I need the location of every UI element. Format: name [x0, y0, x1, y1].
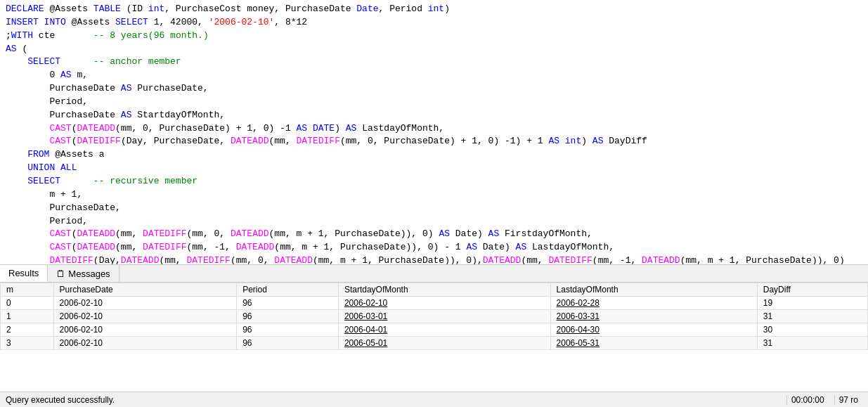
table-cell: 2006-03-01: [338, 310, 550, 323]
code-line: PurchaseDate AS StartdayOfMonth,: [6, 109, 862, 122]
tab-results[interactable]: Results: [0, 265, 48, 282]
column-header: PurchaseDate: [53, 283, 237, 297]
column-header: Period: [237, 283, 339, 297]
table-row: 22006-02-10962006-04-012006-04-3030: [1, 323, 868, 337]
code-line: INSERT INTO @Assets SELECT 1, 42000, '20…: [6, 16, 862, 30]
code-line: PurchaseDate AS PurchaseDate,: [6, 82, 862, 96]
table-cell: 2006-04-30: [550, 323, 757, 337]
code-line: 0 AS m,: [6, 69, 862, 82]
table-cell: 2006-04-01: [338, 323, 550, 337]
column-header: LastdayOfMonth: [550, 283, 757, 297]
table-cell: 2006-05-31: [550, 337, 757, 350]
code-line: ;WITH cte -- 8 years(96 month.): [6, 30, 862, 43]
code-line: Period,: [6, 215, 862, 228]
messages-tab-icon: 🗒: [56, 269, 65, 279]
column-header: StartdayOfMonth: [338, 283, 550, 297]
code-line: CAST(DATEADD(mm, 0, PurchaseDate) + 1, 0…: [6, 122, 862, 136]
table-cell: 96: [237, 310, 339, 323]
status-bar: Query executed successfully. 00:00:00 97…: [0, 392, 868, 407]
code-line: SELECT -- anchor member: [6, 56, 862, 69]
code-line: DATEDIFF(Day,DATEADD(mm, DATEDIFF(mm, 0,…: [6, 254, 862, 264]
status-time: 00:00:00: [786, 395, 829, 405]
status-rows: 97 ro: [834, 395, 862, 405]
tabs-bar: Results 🗒 Messages: [0, 264, 868, 283]
code-line: DECLARE @Assets TABLE (ID int, PurchaseC…: [6, 3, 862, 16]
code-line: Period,: [6, 96, 862, 109]
table-cell: 30: [757, 323, 867, 337]
table-cell: 96: [237, 297, 339, 310]
results-body: 02006-02-10962006-02-102006-02-281912006…: [1, 297, 868, 350]
table-cell: 1: [1, 310, 54, 323]
code-line: AS (: [6, 43, 862, 56]
table-cell: 2006-02-10: [53, 337, 237, 350]
table-cell: 31: [757, 310, 867, 323]
table-cell: 96: [237, 323, 339, 337]
table-cell: 2006-05-01: [338, 337, 550, 350]
table-row: 12006-02-10962006-03-012006-03-3131: [1, 310, 868, 323]
column-header: DayDiff: [757, 283, 867, 297]
table-cell: 3: [1, 337, 54, 350]
column-header: m: [1, 283, 54, 297]
code-line: FROM @Assets a: [6, 148, 862, 162]
table-cell: 31: [757, 337, 867, 350]
code-line: UNION ALL: [6, 162, 862, 175]
tab-messages[interactable]: 🗒 Messages: [48, 265, 119, 282]
table-cell: 2006-02-28: [550, 297, 757, 310]
table-row: 32006-02-10962006-05-012006-05-3131: [1, 337, 868, 350]
table-cell: 2006-03-31: [550, 310, 757, 323]
table-cell: 2006-02-10: [53, 323, 237, 337]
results-table: mPurchaseDatePeriodStartdayOfMonthLastda…: [0, 283, 868, 350]
code-line: SELECT -- recursive member: [6, 175, 862, 188]
table-cell: 2006-02-10: [53, 310, 237, 323]
results-tab-label: Results: [8, 268, 39, 278]
code-line: PurchaseDate,: [6, 202, 862, 215]
code-editor[interactable]: DECLARE @Assets TABLE (ID int, PurchaseC…: [0, 0, 868, 264]
table-cell: 19: [757, 297, 867, 310]
status-right: 00:00:00 97 ro: [786, 395, 862, 405]
code-line: CAST(DATEADD(mm, DATEDIFF(mm, -1, DATEAD…: [6, 241, 862, 254]
table-row: 02006-02-10962006-02-102006-02-2819: [1, 297, 868, 310]
header-row: mPurchaseDatePeriodStartdayOfMonthLastda…: [1, 283, 868, 297]
results-grid: mPurchaseDatePeriodStartdayOfMonthLastda…: [0, 283, 868, 392]
code-line: CAST(DATEDIFF(Day, PurchaseDate, DATEADD…: [6, 135, 862, 148]
table-cell: 96: [237, 337, 339, 350]
table-cell: 0: [1, 297, 54, 310]
messages-tab-label: Messages: [68, 269, 110, 279]
results-header: mPurchaseDatePeriodStartdayOfMonthLastda…: [1, 283, 868, 297]
status-message: Query executed successfully.: [6, 395, 115, 405]
table-cell: 2: [1, 323, 54, 337]
code-line: CAST(DATEADD(mm, DATEDIFF(mm, 0, DATEADD…: [6, 228, 862, 241]
code-line: m + 1,: [6, 188, 862, 202]
table-cell: 2006-02-10: [338, 297, 550, 310]
table-cell: 2006-02-10: [53, 297, 237, 310]
